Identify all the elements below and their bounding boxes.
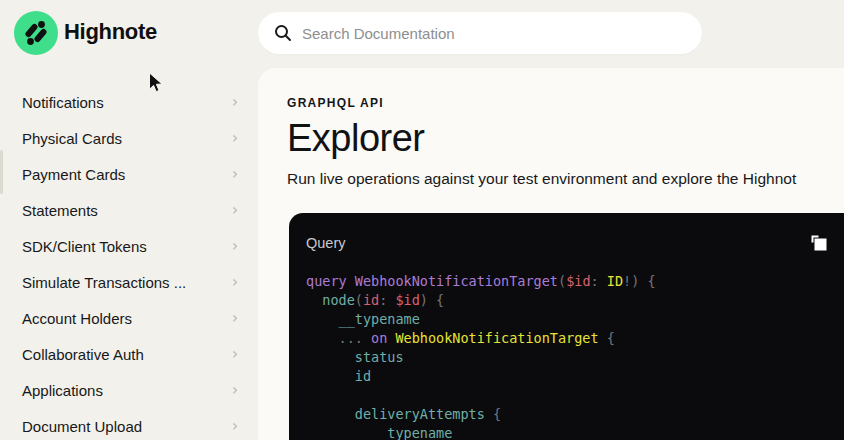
sidebar-item-collaborative-auth[interactable]: Collaborative Auth› <box>0 336 258 372</box>
sidebar-item-label: Document Upload <box>22 418 232 435</box>
code-line: query WebhookNotificationTarget($id: ID!… <box>306 272 844 291</box>
chevron-right-icon: › <box>232 311 238 326</box>
sidebar-nav: Notifications›Physical Cards›Payment Car… <box>0 84 258 440</box>
sidebar-item-simulate-transactions[interactable]: Simulate Transactions ...› <box>0 264 258 300</box>
page-title: Explorer <box>287 117 844 160</box>
code-line <box>306 386 844 405</box>
page: { "brand": { "name": "Highnote", "logo_c… <box>0 0 844 440</box>
chevron-right-icon: › <box>232 275 238 290</box>
sidebar-item-label: Statements <box>22 202 232 219</box>
code-line: deliveryAttempts { <box>306 405 844 424</box>
brand-logo[interactable] <box>14 11 58 55</box>
sidebar-item-label: Notifications <box>22 94 232 111</box>
code-content[interactable]: query WebhookNotificationTarget($id: ID!… <box>306 272 844 440</box>
chevron-right-icon: › <box>232 419 238 434</box>
search-input[interactable] <box>302 25 686 42</box>
code-line: node(id: $id) { <box>306 291 844 310</box>
brand-name[interactable]: Highnote <box>64 19 157 45</box>
chevron-right-icon: › <box>232 131 238 146</box>
copy-icon <box>809 233 829 253</box>
sidebar-item-label: Account Holders <box>22 310 232 327</box>
page-description: Run live operations against your test en… <box>287 170 844 188</box>
chevron-right-icon: › <box>232 239 238 254</box>
chevron-right-icon: › <box>232 383 238 398</box>
copy-button[interactable] <box>808 232 830 254</box>
sidebar-item-label: Simulate Transactions ... <box>22 274 232 291</box>
code-panel-title: Query <box>306 235 808 251</box>
chevron-right-icon: › <box>232 95 238 110</box>
code-line: __typename <box>306 424 844 440</box>
chevron-right-icon: › <box>232 347 238 362</box>
mouse-cursor <box>148 72 165 98</box>
sidebar-item-label: Collaborative Auth <box>22 346 232 363</box>
sidebar-item-account-holders[interactable]: Account Holders› <box>0 300 258 336</box>
search-icon <box>274 24 292 42</box>
code-line: __typename <box>306 310 844 329</box>
chevron-right-icon: › <box>232 167 238 182</box>
code-line: ... on WebhookNotificationTarget { <box>306 329 844 348</box>
sidebar-item-statements[interactable]: Statements› <box>0 192 258 228</box>
section-eyebrow: GRAPHQL API <box>287 96 844 110</box>
sidebar-item-label: Physical Cards <box>22 130 232 147</box>
sidebar-item-payment-cards[interactable]: Payment Cards› <box>0 156 258 192</box>
code-line: status <box>306 348 844 367</box>
code-panel-header: Query <box>306 232 844 254</box>
chevron-right-icon: › <box>232 203 238 218</box>
query-code-panel: Query query WebhookNotificationTarget($i… <box>289 213 844 440</box>
sidebar-item-physical-cards[interactable]: Physical Cards› <box>0 120 258 156</box>
sidebar-item-document-upload[interactable]: Document Upload› <box>0 408 258 440</box>
search-bar[interactable] <box>258 12 702 54</box>
sidebar-item-notifications[interactable]: Notifications› <box>0 84 258 120</box>
highnote-logo-icon <box>14 11 58 55</box>
sidebar-item-label: SDK/Client Tokens <box>22 238 232 255</box>
code-line: id <box>306 367 844 386</box>
sidebar-item-label: Payment Cards <box>22 166 232 183</box>
sidebar-item-applications[interactable]: Applications› <box>0 372 258 408</box>
scrollbar-thumb[interactable] <box>0 150 3 194</box>
sidebar-item-label: Applications <box>22 382 232 399</box>
sidebar-item-sdk-client-tokens[interactable]: SDK/Client Tokens› <box>0 228 258 264</box>
